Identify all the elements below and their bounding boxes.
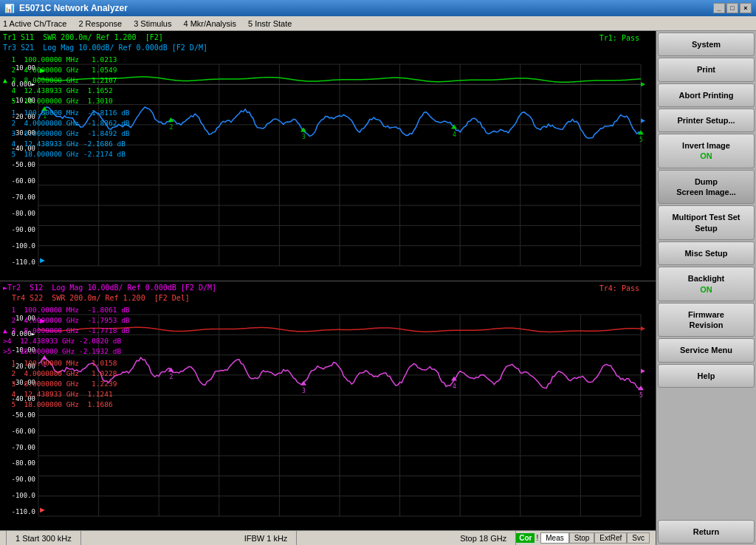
main-container: Tr1 S11 SWR 200.0m/ Ref 1.200 [F2] Tr3 S… bbox=[0, 31, 756, 545]
invert-image-button[interactable]: Invert ImageON bbox=[658, 134, 755, 168]
status-indicator: ! bbox=[536, 534, 538, 542]
help-button[interactable]: Help bbox=[658, 364, 755, 388]
chart1-markers-swr: 1 100.00000 MHz 1.0213 2 4.0000000 GHz 1… bbox=[3, 55, 207, 106]
menu-response[interactable]: 2 Response bbox=[78, 19, 122, 28]
chart2-markers-db: 1 100.00000 MHz -1.8061 dB 2 4.0000000 G… bbox=[3, 305, 216, 357]
service-menu-button[interactable]: Service Menu bbox=[658, 338, 755, 362]
chart1-trace1-label: Tr1 S11 SWR 200.0m/ Ref 1.200 [F2] bbox=[3, 32, 207, 43]
status-cor: Cor bbox=[516, 533, 535, 543]
status-tab-extref[interactable]: ExtRef bbox=[594, 532, 627, 544]
chart-panel-2: ►Tr2 S12 Log Mag 10.00dB/ Ref 0.000dB [F… bbox=[0, 281, 656, 531]
misc-setup-button[interactable]: Misc Setup bbox=[658, 241, 755, 265]
invert-image-badge: ON bbox=[662, 151, 751, 161]
chart2-info: ►Tr2 S12 Log Mag 10.00dB/ Ref 0.000dB [F… bbox=[3, 283, 216, 410]
return-button[interactable]: Return bbox=[658, 520, 755, 544]
status-tab-svc[interactable]: Svc bbox=[627, 532, 650, 544]
status-start: 1 Start 300 kHz bbox=[6, 531, 81, 545]
title-bar: 📊 E5071C Network Analyzer _ □ × bbox=[0, 0, 756, 16]
status-bar: 1 Start 300 kHz IFBW 1 kHz Stop 18 GHz C… bbox=[0, 530, 656, 545]
menu-stimulus[interactable]: 3 Stimulus bbox=[134, 19, 171, 28]
menu-mkr-analysis[interactable]: 4 Mkr/Analysis bbox=[183, 19, 236, 28]
status-ifbw: IFBW 1 kHz bbox=[236, 531, 298, 545]
window-title: E5071C Network Analyzer bbox=[19, 3, 128, 13]
multiport-setup-button[interactable]: Multiport Test SetSetup bbox=[658, 205, 755, 240]
menu-instr-state[interactable]: 5 Instr State bbox=[248, 19, 292, 28]
chart1-trace3-label: Tr3 S21 Log Mag 10.00dB/ Ref 0.000dB [F2… bbox=[3, 43, 207, 53]
chart-area: Tr1 S11 SWR 200.0m/ Ref 1.200 [F2] Tr3 S… bbox=[0, 31, 656, 545]
chart1-info: Tr1 S11 SWR 200.0m/ Ref 1.200 [F2] Tr3 S… bbox=[3, 32, 207, 160]
menu-active-trace[interactable]: 1 Active Ch/Trace bbox=[3, 19, 66, 28]
menu-bar: 1 Active Ch/Trace 2 Response 3 Stimulus … bbox=[0, 16, 756, 31]
printer-setup-button[interactable]: Printer Setup... bbox=[658, 109, 755, 132]
maximize-button[interactable]: □ bbox=[726, 3, 738, 13]
status-tab-meas[interactable]: Meas bbox=[540, 532, 568, 544]
status-stop: Stop 18 GHz bbox=[451, 531, 516, 545]
app-icon: 📊 bbox=[4, 4, 15, 13]
backlight-button[interactable]: BacklightON bbox=[658, 267, 755, 301]
chart-panel-1: Tr1 S11 SWR 200.0m/ Ref 1.200 [F2] Tr3 S… bbox=[0, 31, 656, 281]
chart2-trace4-label: Tr4 S22 SWR 200.0m/ Ref 1.200 [F2 Del] bbox=[3, 293, 216, 304]
chart2-trace2-label: ►Tr2 S12 Log Mag 10.00dB/ Ref 0.000dB [F… bbox=[3, 283, 216, 293]
minimize-button[interactable]: _ bbox=[713, 3, 725, 13]
sidebar: System Print Abort Printing Printer Setu… bbox=[656, 31, 756, 545]
firmware-revision-button[interactable]: FirmwareRevision bbox=[658, 303, 755, 337]
backlight-badge: ON bbox=[662, 284, 751, 295]
status-tab-stop[interactable]: Stop bbox=[569, 532, 595, 544]
abort-printing-button[interactable]: Abort Printing bbox=[658, 83, 755, 107]
close-button[interactable]: × bbox=[740, 3, 752, 13]
window-controls: _ □ × bbox=[713, 3, 752, 13]
chart1-markers-db: 1 100.00000 MHz -1.8116 dB 2 4.0000000 G… bbox=[3, 108, 207, 160]
print-button[interactable]: Print bbox=[658, 58, 755, 81]
sidebar-spacer bbox=[658, 389, 755, 518]
system-button[interactable]: System bbox=[658, 32, 755, 56]
chart2-markers-swr: 1 100.00000 MHz 1.0158 2 4.0000000 GHz 1… bbox=[3, 358, 216, 410]
dump-screen-button[interactable]: DumpScreen Image... bbox=[658, 170, 755, 205]
